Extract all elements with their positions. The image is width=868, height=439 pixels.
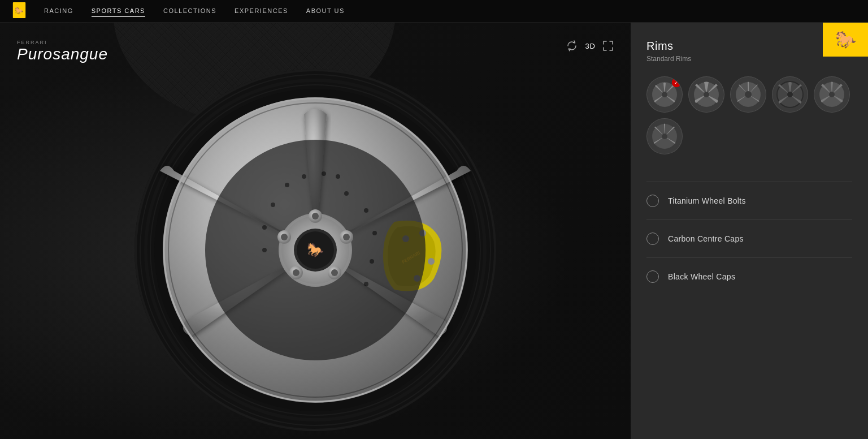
svg-point-25 xyxy=(370,259,374,264)
option-carbon[interactable]: Carbon Centre Caps xyxy=(646,220,852,258)
svg-point-21 xyxy=(336,174,340,179)
navigation: 🐎 RACING SPORTS CARS COLLECTIONS EXPERIE… xyxy=(0,0,868,23)
svg-point-58 xyxy=(787,92,793,97)
car-brand: FERRARI Purosangue xyxy=(17,40,108,63)
svg-point-37 xyxy=(312,213,319,220)
svg-point-52 xyxy=(704,92,709,97)
svg-point-39 xyxy=(331,269,338,276)
nav-item-about-us[interactable]: ABOUT US xyxy=(306,5,345,17)
option-titanium[interactable]: Titanium Wheel Bolts xyxy=(646,182,852,220)
black-label: Black Wheel Caps xyxy=(668,272,735,281)
rim-option-6[interactable] xyxy=(646,118,683,154)
svg-point-61 xyxy=(829,92,835,97)
svg-point-55 xyxy=(745,91,752,98)
rim-option-2[interactable] xyxy=(688,76,724,113)
panel-ferrari-logo: 🐎 xyxy=(823,23,868,57)
titanium-radio[interactable] xyxy=(646,195,659,207)
rim-option-4[interactable] xyxy=(772,76,808,113)
svg-point-28 xyxy=(262,225,267,230)
rims-title: Rims xyxy=(646,40,674,53)
option-black[interactable]: Black Wheel Caps xyxy=(646,258,852,295)
svg-text:🐎: 🐎 xyxy=(15,6,24,15)
svg-point-26 xyxy=(364,282,368,286)
rim-option-3[interactable] xyxy=(730,76,766,113)
nav-list: RACING SPORTS CARS COLLECTIONS EXPERIENC… xyxy=(44,5,345,17)
nav-item-collections[interactable]: COLLECTIONS xyxy=(163,5,216,17)
rims-header: Rims ❯ xyxy=(646,40,852,53)
svg-point-27 xyxy=(271,203,275,207)
ferrari-text: FERRARI xyxy=(17,40,108,45)
svg-point-24 xyxy=(285,183,289,187)
carbon-radio[interactable] xyxy=(646,233,659,245)
black-radio[interactable] xyxy=(646,270,659,283)
svg-point-19 xyxy=(364,208,368,213)
svg-point-22 xyxy=(322,171,326,176)
threed-btn[interactable]: 3D xyxy=(585,42,596,50)
svg-text:🐎: 🐎 xyxy=(307,242,324,258)
svg-point-49 xyxy=(662,92,667,97)
main-area: FERRARI Purosangue 3D xyxy=(0,23,868,439)
rim-options: ✓ xyxy=(646,76,852,154)
rim-option-5[interactable] xyxy=(814,76,850,113)
carbon-label: Carbon Centre Caps xyxy=(668,234,744,243)
view-controls: 3D xyxy=(566,40,614,52)
rotate-btn[interactable] xyxy=(566,40,578,52)
ferrari-logo: 🐎 xyxy=(11,2,44,20)
svg-point-40 xyxy=(293,269,300,276)
fullscreen-btn[interactable] xyxy=(602,40,614,51)
nav-item-sports-cars[interactable]: SPORTS CARS xyxy=(92,5,145,17)
nav-item-racing[interactable]: RACING xyxy=(44,5,73,17)
car-view: FERRARI Purosangue 3D xyxy=(0,23,631,439)
rims-subtitle: Standard Rims xyxy=(646,55,852,63)
svg-point-29 xyxy=(262,248,267,252)
svg-point-38 xyxy=(343,234,350,240)
right-panel: 🐎 Rims ❯ Standard Rims ✓ xyxy=(631,23,868,439)
svg-point-64 xyxy=(662,134,667,139)
wheel-display: PREMIUM TYRES TUBELESS • • • RADIAL TUBE… xyxy=(123,58,507,439)
svg-point-23 xyxy=(302,174,306,179)
svg-point-20 xyxy=(372,231,377,235)
svg-text:🐎: 🐎 xyxy=(835,29,857,50)
options-list: Titanium Wheel Bolts Carbon Centre Caps … xyxy=(631,182,868,295)
model-name: Purosangue xyxy=(17,45,108,63)
titanium-label: Titanium Wheel Bolts xyxy=(668,196,746,205)
svg-point-14 xyxy=(428,258,435,265)
nav-item-experiences[interactable]: EXPERIENCES xyxy=(235,5,288,17)
rim-option-1[interactable]: ✓ xyxy=(646,76,683,113)
rim-check-1: ✓ xyxy=(672,78,681,87)
svg-point-41 xyxy=(281,234,288,240)
svg-point-18 xyxy=(344,191,349,196)
